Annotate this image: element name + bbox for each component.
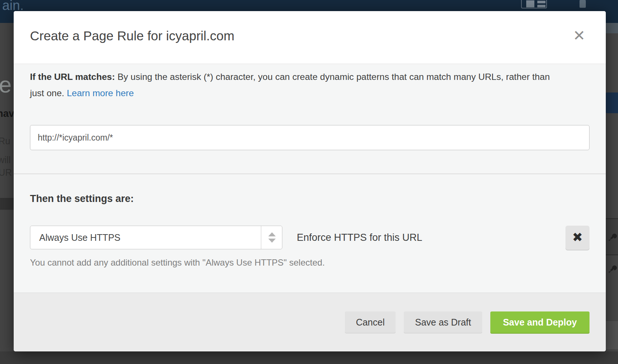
settings-heading: Then the settings are:	[30, 193, 134, 205]
background-text-fragment: UR	[0, 167, 12, 178]
modal-footer: Cancel Save as Draft Save and Deploy	[14, 293, 606, 351]
remove-icon: ✖	[572, 230, 583, 244]
setting-helper-text: You cannot add any additional settings w…	[30, 257, 325, 268]
learn-more-link[interactable]: Learn more here	[67, 88, 134, 98]
layout-icon	[521, 0, 547, 9]
layout-icon-bar	[537, 1, 545, 3]
url-match-description: If the URL matches: By using the asteris…	[30, 69, 555, 101]
modal-title: Create a Page Rule for icyapril.com	[30, 28, 234, 43]
arrow-down-icon	[268, 239, 276, 243]
screen: ain. e nav Ru will UR Create a Pag	[0, 0, 618, 364]
modal-header: Create a Page Rule for icyapril.com ✕	[14, 11, 606, 64]
background-text-fragment: nav	[0, 108, 14, 119]
setting-select-value: Always Use HTTPS	[39, 226, 120, 249]
close-icon[interactable]: ✕	[569, 25, 590, 46]
layout-icon-bar	[537, 5, 545, 7]
arrow-up-icon	[268, 232, 276, 236]
create-page-rule-modal: Create a Page Rule for icyapril.com ✕ If…	[14, 11, 606, 351]
url-match-label: If the URL matches:	[30, 72, 115, 82]
section-divider	[14, 173, 606, 174]
background-right-strip	[606, 23, 618, 364]
remove-setting-button[interactable]: ✖	[565, 226, 590, 250]
background-band	[606, 23, 618, 33]
setting-description: Enforce HTTPS for this URL	[297, 226, 422, 249]
notification-icon	[580, 0, 586, 8]
wrench-icon	[607, 232, 617, 242]
cancel-button[interactable]: Cancel	[345, 311, 396, 333]
background-band	[0, 198, 14, 210]
background-bottom-strip	[0, 351, 618, 364]
background-row-fragment	[606, 218, 618, 255]
background-text-fragment: Ru	[0, 136, 10, 146]
layout-icon-square	[526, 0, 534, 7]
setting-select[interactable]: Always Use HTTPS	[30, 226, 282, 249]
save-and-deploy-button[interactable]: Save and Deploy	[490, 311, 590, 333]
background-text-fragment: will	[0, 155, 11, 165]
background-button-fragment	[606, 92, 618, 113]
background-band	[606, 321, 618, 349]
select-stepper-icon	[261, 226, 282, 249]
wrench-icon	[607, 264, 617, 274]
background-left-strip: e nav Ru will UR	[0, 23, 14, 364]
background-text-fragment: e	[0, 71, 11, 98]
url-pattern-input[interactable]	[30, 125, 590, 150]
save-as-draft-button[interactable]: Save as Draft	[404, 311, 482, 333]
